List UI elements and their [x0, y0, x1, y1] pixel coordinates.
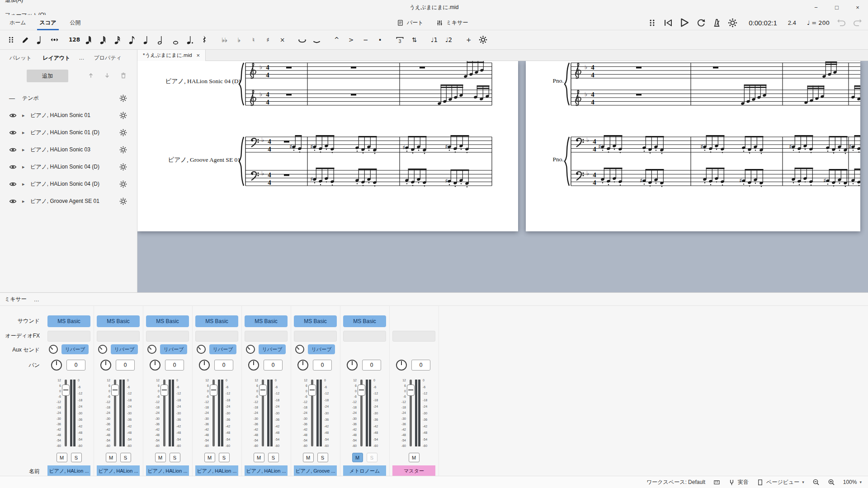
channel-name[interactable]: ピアノ, HALion ...	[245, 465, 288, 476]
solo-button[interactable]: S	[367, 453, 377, 462]
tie-button[interactable]	[295, 33, 309, 47]
reverb-button[interactable]: リバーブ	[209, 344, 236, 354]
playback-settings-button[interactable]	[728, 18, 737, 28]
pan-value[interactable]: 0	[313, 360, 332, 371]
layout-item-instrument-4[interactable]: ▸ピアノ, HALion Sonic 04 (D)	[0, 158, 137, 175]
accidental-sharp-button[interactable]: ♯	[261, 33, 275, 47]
mute-button[interactable]: M	[254, 453, 264, 462]
add-button[interactable]: 追加	[27, 70, 68, 82]
solo-button[interactable]: S	[71, 453, 82, 462]
item-settings-gear-icon[interactable]	[119, 129, 127, 136]
pan-knob[interactable]	[347, 360, 358, 371]
audio-fx-field[interactable]	[392, 331, 435, 342]
channel-name[interactable]: マスター	[392, 465, 435, 476]
pan-knob[interactable]	[51, 360, 62, 371]
duration-half-button[interactable]	[154, 33, 168, 47]
fader-handle[interactable]	[160, 385, 168, 396]
expand-caret-icon[interactable]: ▸	[22, 113, 30, 118]
pan-value[interactable]: 0	[66, 360, 85, 371]
tab-layout[interactable]: レイアウト	[38, 50, 75, 66]
sound-button[interactable]: MS Basic	[195, 315, 238, 327]
duration-quarter-button[interactable]	[140, 33, 154, 47]
reverb-button[interactable]: リバーブ	[259, 344, 286, 354]
concert-pitch-toggle[interactable]: 実音	[728, 479, 749, 486]
undo-button[interactable]	[837, 18, 846, 28]
item-settings-gear-icon[interactable]	[119, 197, 127, 205]
toolbar-grip-button[interactable]	[4, 33, 18, 47]
layout-item-tempo[interactable]: —テンポ	[0, 89, 137, 107]
mute-button[interactable]: M	[409, 453, 420, 462]
audio-fx-field[interactable]	[245, 331, 288, 342]
mixer-toggle-button[interactable]: ミキサー	[436, 19, 468, 27]
note-anchor-button[interactable]	[33, 33, 47, 47]
fader-handle[interactable]	[308, 385, 316, 396]
ribbon-tab-publish[interactable]: 公開	[63, 15, 87, 30]
accent-button[interactable]: >	[344, 33, 358, 47]
duration-8th-button[interactable]	[125, 33, 139, 47]
mixer-menu-button[interactable]: …	[34, 296, 40, 303]
mute-button[interactable]: M	[155, 453, 166, 462]
volume-fader[interactable]	[212, 380, 215, 446]
sound-button[interactable]: MS Basic	[97, 315, 140, 327]
slur-button[interactable]	[310, 33, 324, 47]
pan-value[interactable]: 0	[165, 360, 184, 371]
visibility-eye-icon[interactable]	[9, 112, 17, 119]
aux-send-knob[interactable]	[147, 345, 156, 354]
solo-button[interactable]: S	[170, 453, 180, 462]
pan-knob[interactable]	[150, 360, 160, 371]
pan-value[interactable]: 0	[362, 360, 381, 371]
volume-fader[interactable]	[262, 380, 264, 446]
delete-button[interactable]	[120, 72, 127, 79]
parts-button[interactable]: パート	[397, 19, 424, 27]
maximize-button[interactable]: □	[826, 0, 847, 15]
layout-item-instrument-3[interactable]: ▸ピアノ, HALion Sonic 03	[0, 141, 137, 158]
visibility-eye-icon[interactable]	[9, 129, 17, 136]
mute-button[interactable]: M	[303, 453, 314, 462]
score-page-2[interactable]: Pno. Pno. ♭♭4444♭♭4444♯♯♯♯♯♯♯	[526, 61, 860, 231]
aux-send-knob[interactable]	[197, 345, 206, 354]
channel-name[interactable]: ピアノ, HALion ...	[47, 465, 90, 476]
sound-button[interactable]: MS Basic	[294, 315, 337, 327]
pan-knob[interactable]	[199, 360, 210, 371]
voice-2-button[interactable]: ♩2	[442, 33, 456, 47]
loop-button[interactable]	[696, 18, 706, 28]
item-settings-gear-icon[interactable]	[119, 163, 127, 171]
item-settings-gear-icon[interactable]	[119, 146, 127, 154]
channel-name[interactable]: ピアノ, HALion ...	[195, 465, 238, 476]
audio-fx-field[interactable]	[146, 331, 189, 342]
channel-name[interactable]: ピアノ, Groove ...	[294, 465, 337, 476]
notation-system[interactable]: ♭♭4444♭♭4444♯♯♯♯♯♯	[137, 61, 518, 231]
volume-fader[interactable]	[410, 380, 412, 446]
view-mode-selector[interactable]: ページビュー▾	[757, 479, 804, 486]
volume-fader[interactable]	[114, 380, 116, 446]
volume-fader[interactable]	[311, 380, 313, 446]
duration-16th-button[interactable]	[111, 33, 125, 47]
minimize-button[interactable]: −	[806, 0, 826, 15]
duration-32nd-button[interactable]	[96, 33, 110, 47]
sound-button[interactable]: MS Basic	[146, 315, 189, 327]
fader-handle[interactable]	[358, 385, 365, 396]
sound-button[interactable]: MS Basic	[343, 315, 386, 327]
accidental-double-sharp-button[interactable]: ×	[275, 33, 289, 47]
audio-fx-field[interactable]	[195, 331, 238, 342]
metronome-button[interactable]	[712, 18, 722, 28]
layout-item-instrument-6[interactable]: ▸ピアノ, Groove Agent SE 01	[0, 192, 137, 210]
add-item-button[interactable]: +	[462, 33, 476, 47]
accidental-natural-button[interactable]: ♮	[246, 33, 260, 47]
visibility-eye-icon[interactable]	[9, 146, 17, 154]
mute-button[interactable]: M	[204, 453, 215, 462]
audio-fx-field[interactable]	[47, 331, 90, 342]
reverb-button[interactable]: リバーブ	[160, 344, 187, 354]
layout-item-instrument-5[interactable]: ▸ピアノ, HALion Sonic 04 (D)	[0, 175, 137, 192]
audio-fx-field[interactable]	[294, 331, 337, 342]
reverb-button[interactable]: リバーブ	[308, 344, 335, 354]
audio-fx-field[interactable]	[343, 331, 386, 342]
duration-64th-button[interactable]	[82, 33, 96, 47]
close-button[interactable]: ×	[847, 0, 868, 15]
volume-fader[interactable]	[360, 380, 363, 446]
flip-direction-button[interactable]: ⇅	[407, 33, 421, 47]
item-settings-gear-icon[interactable]	[119, 112, 127, 119]
move-up-button[interactable]	[87, 72, 94, 79]
toolbar-grip-icon[interactable]	[647, 18, 657, 28]
rest-button[interactable]	[198, 33, 212, 47]
